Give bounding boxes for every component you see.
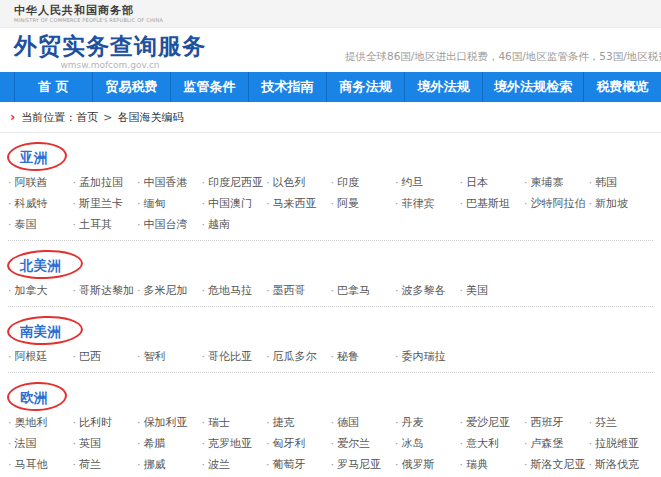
country-link[interactable]: 马来西亚 (266, 197, 331, 210)
country-link[interactable]: 智利 (137, 350, 202, 363)
country-link[interactable]: 瑞士 (202, 416, 267, 429)
country-link[interactable]: 孟加拉国 (73, 176, 138, 189)
country-link[interactable]: 挪威 (137, 458, 202, 471)
section-asia: 亚洲阿联酋孟加拉国中国香港印度尼西亚以色列印度约旦日本柬埔寨韩国科威特斯里兰卡缅… (8, 133, 653, 241)
country-link[interactable]: 芬兰 (589, 416, 654, 429)
breadcrumb-home-link[interactable]: 首页 (76, 111, 98, 124)
annotation-circle-europe (7, 381, 68, 412)
country-sections: 亚洲阿联酋孟加拉国中国香港印度尼西亚以色列印度约旦日本柬埔寨韩国科威特斯里兰卡缅… (0, 133, 661, 477)
country-link[interactable]: 土耳其 (73, 218, 138, 231)
section-heading-north-america: 北美洲 (20, 255, 61, 275)
country-link[interactable]: 克罗地亚 (202, 437, 267, 450)
country-link[interactable]: 委内瑞拉 (395, 350, 460, 363)
country-link[interactable]: 秘鲁 (331, 350, 396, 363)
country-link[interactable]: 哥斯达黎加 (73, 284, 138, 297)
country-link[interactable]: 印度尼西亚 (202, 176, 267, 189)
site-logo[interactable]: 外贸实务查询服务 wmsw.mofcom.gov.cn (14, 33, 206, 70)
nav-tab-overseas-law-search[interactable]: 境外法规检索 (482, 72, 583, 102)
nav-tab-regulatory-conditions[interactable]: 监管条件 (170, 72, 248, 102)
country-link[interactable]: 中国台湾 (137, 218, 202, 231)
ministry-name-en: MINISTRY OF COMMERCE PEOPLE'S REPUBLIC O… (14, 17, 661, 24)
country-link[interactable]: 科威特 (8, 197, 73, 210)
country-link[interactable]: 印度 (331, 176, 396, 189)
nav-tab-home[interactable]: 首 页 (14, 72, 92, 102)
country-link[interactable]: 多米尼加 (137, 284, 202, 297)
country-link[interactable]: 希腊 (137, 437, 202, 450)
country-link[interactable]: 美国 (460, 284, 525, 297)
country-link[interactable]: 英国 (73, 437, 138, 450)
masthead: 外贸实务查询服务 wmsw.mofcom.gov.cn 提供全球86国/地区进出… (0, 28, 661, 72)
section-heading-europe: 欧洲 (20, 387, 47, 407)
country-link[interactable]: 中国香港 (137, 176, 202, 189)
country-link[interactable]: 俄罗斯 (395, 458, 460, 471)
country-link[interactable]: 德国 (331, 416, 396, 429)
country-link[interactable]: 巴西 (73, 350, 138, 363)
annotation-circle-north-america (7, 249, 84, 281)
nav-tab-technical-guides[interactable]: 技术指南 (248, 72, 326, 102)
country-link[interactable]: 菲律宾 (395, 197, 460, 210)
country-link[interactable]: 比利时 (73, 416, 138, 429)
country-link[interactable]: 保加利亚 (137, 416, 202, 429)
country-link[interactable]: 约旦 (395, 176, 460, 189)
country-link[interactable]: 瑞典 (460, 458, 525, 471)
section-europe: 欧洲奥地利比利时保加利亚瑞士捷克德国丹麦爱沙尼亚西班牙芬兰法国英国希腊克罗地亚匈… (8, 373, 653, 477)
annotation-circle-south-america (7, 315, 84, 347)
country-link[interactable]: 厄瓜多尔 (266, 350, 331, 363)
country-link[interactable]: 爱尔兰 (331, 437, 396, 450)
country-link[interactable]: 巴基斯坦 (460, 197, 525, 210)
ministry-header: 中华人民共和国商务部 MINISTRY OF COMMERCE PEOPLE'S… (0, 0, 661, 28)
country-link[interactable]: 越南 (202, 218, 267, 231)
country-link[interactable]: 韩国 (589, 176, 654, 189)
nav-tab-commerce-laws[interactable]: 商务法规 (326, 72, 404, 102)
nav-tab-tax-overview[interactable]: 税费概览 (583, 72, 661, 102)
country-link[interactable]: 墨西哥 (266, 284, 331, 297)
country-link[interactable]: 罗马尼亚 (331, 458, 396, 471)
nav-tab-trade-taxes[interactable]: 贸易税费 (92, 72, 170, 102)
country-link[interactable]: 爱沙尼亚 (460, 416, 525, 429)
country-link[interactable]: 捷克 (266, 416, 331, 429)
country-link[interactable]: 日本 (460, 176, 525, 189)
country-link[interactable]: 斯里兰卡 (73, 197, 138, 210)
country-link[interactable]: 阿曼 (331, 197, 396, 210)
country-link[interactable]: 波多黎各 (395, 284, 460, 297)
country-link[interactable]: 沙特阿拉伯 (524, 197, 589, 210)
breadcrumb-separator: > (103, 111, 112, 124)
country-link[interactable]: 匈牙利 (266, 437, 331, 450)
country-link[interactable]: 柬埔寨 (524, 176, 589, 189)
breadcrumb-arrow-icon: › (10, 109, 15, 124)
country-link[interactable]: 奥地利 (8, 416, 73, 429)
breadcrumb: ›当前位置：首页>各国海关编码 (0, 102, 661, 133)
country-link[interactable]: 丹麦 (395, 416, 460, 429)
country-link[interactable]: 泰国 (8, 218, 73, 231)
country-link[interactable]: 荷兰 (73, 458, 138, 471)
country-link[interactable]: 法国 (8, 437, 73, 450)
breadcrumb-label: 当前位置： (21, 111, 76, 124)
country-link[interactable]: 缅甸 (137, 197, 202, 210)
country-link[interactable]: 阿联酋 (8, 176, 73, 189)
country-link[interactable]: 冰岛 (395, 437, 460, 450)
country-link[interactable]: 拉脱维亚 (589, 437, 654, 450)
country-grid-asia: 阿联酋孟加拉国中国香港印度尼西亚以色列印度约旦日本柬埔寨韩国科威特斯里兰卡缅甸中… (8, 176, 653, 231)
country-link[interactable]: 以色列 (266, 176, 331, 189)
country-link[interactable]: 阿根廷 (8, 350, 73, 363)
country-link[interactable]: 加拿大 (8, 284, 73, 297)
country-link[interactable]: 危地马拉 (202, 284, 267, 297)
country-link[interactable]: 波兰 (202, 458, 267, 471)
country-link[interactable]: 新加坡 (589, 197, 654, 210)
country-link[interactable]: 西班牙 (524, 416, 589, 429)
country-link[interactable]: 巴拿马 (331, 284, 396, 297)
breadcrumb-current: 各国海关编码 (118, 111, 184, 124)
country-link[interactable]: 马耳他 (8, 458, 73, 471)
country-link[interactable]: 斯洛文尼亚 (524, 458, 589, 471)
country-link[interactable]: 卢森堡 (524, 437, 589, 450)
country-link[interactable]: 斯洛伐克 (589, 458, 654, 471)
main-nav: 首 页贸易税费监管条件技术指南商务法规境外法规境外法规检索税费概览 (0, 72, 661, 102)
country-link[interactable]: 中国澳门 (202, 197, 267, 210)
annotation-circle-asia (7, 141, 68, 172)
country-link[interactable]: 意大利 (460, 437, 525, 450)
country-link[interactable]: 葡萄牙 (266, 458, 331, 471)
nav-tab-overseas-laws[interactable]: 境外法规 (404, 72, 482, 102)
country-grid-europe: 奥地利比利时保加利亚瑞士捷克德国丹麦爱沙尼亚西班牙芬兰法国英国希腊克罗地亚匈牙利… (8, 416, 653, 471)
site-domain: wmsw.mofcom.gov.cn (14, 60, 206, 70)
country-link[interactable]: 哥伦比亚 (202, 350, 267, 363)
